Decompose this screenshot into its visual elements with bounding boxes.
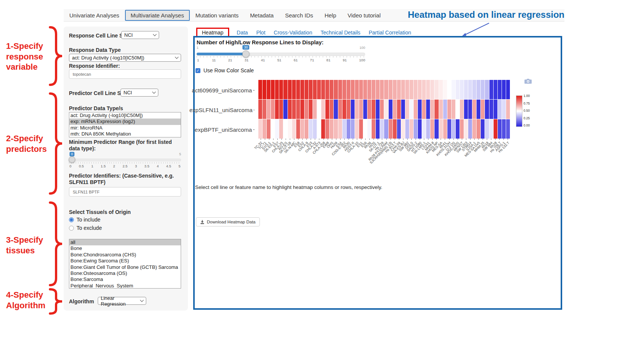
slider-handle[interactable] — [242, 50, 250, 58]
range-slider-minor-ticks — [69, 162, 181, 164]
tissue-option-bone-osteosarcoma-os[interactable]: Bone:Osteosarcoma (OS) — [69, 270, 181, 276]
heatmap-cell — [439, 80, 443, 99]
tissue-include-radio[interactable]: To include — [69, 217, 100, 223]
heatmap-cell — [263, 80, 266, 99]
heatmap-cell — [317, 119, 321, 139]
heatmap-row-label-expbptf-unisarcoma[interactable]: expBPTF_uniSarcoma — [189, 120, 255, 139]
heatmap-cell — [288, 100, 292, 119]
heatmap-grid[interactable] — [258, 80, 510, 139]
tick-label: 1 — [91, 164, 94, 168]
app-root: Univariate AnalysesMultivariate Analyses… — [0, 0, 644, 362]
heatmap-cell — [456, 80, 460, 99]
range-slider-handle[interactable] — [69, 156, 75, 163]
tick-label: 1.5 — [101, 164, 106, 168]
heatmap-cell — [380, 119, 384, 139]
tab-partial-correlation[interactable]: Partial Correlation — [368, 29, 412, 36]
tab-plot[interactable]: Plot — [255, 29, 266, 36]
response-lines-slider[interactable]: 1 100 30 1112131415161718191100 — [197, 45, 365, 63]
tissue-option-bone-ewing-sarcoma-es[interactable]: Bone:Ewing Sarcoma (ES) — [69, 258, 181, 264]
tissue-include-label: To include — [77, 217, 100, 223]
predictor-data-types-listbox[interactable]: act: Drug Activity (-log10[IC50M])exp: m… — [69, 112, 181, 137]
tick-label: 91 — [343, 58, 347, 62]
heatmap-cell — [494, 80, 497, 99]
nav-tab-search-ids[interactable]: Search IDs — [279, 10, 319, 21]
response-data-type-select[interactable]: act: Drug Activity (-log10[IC50M]) — [69, 54, 181, 62]
heatmap-cell — [271, 80, 275, 99]
tissue-exclude-radio[interactable]: To exclude — [69, 225, 102, 231]
sidebar-form-panel: Response Cell Line Set NCI Response Data… — [64, 27, 188, 311]
heatmap-row-label-expslfn11-unisarcoma[interactable]: expSLFN11_uniSarcoma — [189, 100, 255, 120]
heatmap-cell — [330, 119, 333, 139]
heatmap-cell — [351, 80, 355, 99]
heatmap-cell — [267, 100, 270, 119]
heatmap-cell — [464, 80, 468, 99]
tissue-listbox[interactable]: allBoneBone:Chondrosarcoma (CHS)Bone:Ewi… — [69, 239, 181, 289]
slider-max-label: 100 — [360, 46, 365, 50]
tissue-option-bone[interactable]: Bone — [69, 245, 181, 251]
tab-data[interactable]: Data — [236, 29, 249, 36]
nav-tab-help[interactable]: Help — [319, 10, 342, 21]
nav-tab-univariate-analyses[interactable]: Univariate Analyses — [64, 10, 125, 21]
heatmap-cell — [300, 100, 304, 119]
heatmap-cell — [305, 119, 308, 139]
heatmap-cell — [271, 100, 275, 119]
predictor-cell-line-set-select[interactable]: NCI — [120, 89, 158, 97]
heatmap-cell — [355, 80, 359, 99]
heatmap-cell — [418, 119, 422, 139]
slider-minor-ticks — [197, 56, 365, 58]
heatmap-cell — [271, 119, 275, 139]
heatmap-cell — [389, 100, 392, 119]
colorbar-tick: 1.00 — [524, 94, 530, 98]
chevron-down-icon — [152, 90, 156, 94]
download-heatmap-data-button[interactable]: Download Heatmap Data — [196, 217, 260, 226]
tissue-option-all[interactable]: all — [69, 239, 181, 245]
option-act-drug-activity-log10-ic50m[interactable]: act: Drug Activity (-log10[IC50M]) — [69, 112, 181, 119]
tick-label: 3.5 — [144, 164, 149, 168]
predictor-data-types-label: Predictor Data Type/s — [69, 105, 123, 111]
range-slider-tick-labels: 00.511.522.533.544.55 — [69, 164, 181, 168]
heatmap-row-label-act609699-unisarcoma[interactable]: act609699_uniSarcoma — [189, 80, 255, 100]
tissue-option-bone-giant-cell-tumor-of-bone-gctb-sarcoma[interactable]: Bone:Giant Cell Tumor of Bone (GCTB) Sar… — [69, 264, 181, 270]
row-color-scale-row: ✓ Use Row Color Scale — [195, 67, 254, 73]
nav-tab-mutation-variants[interactable]: Mutation variants — [190, 10, 244, 21]
heatmap-cell — [347, 80, 350, 99]
tab-cross-validation[interactable]: Cross-Validation — [273, 29, 313, 36]
nav-tab-multivariate-analyses[interactable]: Multivariate Analyses — [125, 10, 190, 21]
response-cell-line-set-select[interactable]: NCI — [121, 31, 159, 39]
heatmap-cell — [292, 100, 296, 119]
tab-technical-details[interactable]: Technical Details — [320, 29, 361, 36]
response-identifier-input[interactable]: topotecan — [69, 69, 181, 79]
heatmap-cell — [359, 119, 363, 139]
colorbar-tick: 0.50 — [524, 109, 530, 112]
option-exp-mrna-expression-log2[interactable]: exp: mRNA Expression (log2) — [69, 119, 181, 125]
nav-tab-video-tutorial[interactable]: Video tutorial — [342, 10, 386, 21]
heatmap-cell — [393, 80, 397, 99]
heatmap-cell — [300, 119, 304, 139]
predictor-identifiers-input[interactable]: SLFN11 BPTF — [69, 187, 181, 197]
heatmap-cell — [363, 119, 367, 139]
algorithm-select[interactable]: Linear Regression — [98, 297, 146, 305]
tissue-option-bone-sarcoma[interactable]: Bone:Sarcoma — [69, 276, 181, 282]
camera-download-plot-icon[interactable] — [524, 78, 532, 84]
heatmap-cell — [414, 80, 417, 99]
tissue-option-bone-chondrosarcoma-chs[interactable]: Bone:Chondrosarcoma (CHS) — [69, 252, 181, 258]
response-data-type-value: act: Drug Activity (-log10[IC50M]) — [72, 55, 144, 61]
heatmap-cell — [275, 80, 279, 99]
range-slider-track[interactable] — [69, 159, 181, 161]
heatmap-cell — [502, 119, 506, 139]
option-mth-dna-850k-methylation[interactable]: mth: DNA 850K Methylation — [69, 131, 181, 137]
min-predictor-range-slider[interactable]: 0 5 00.511.522.533.544.55 — [69, 151, 181, 170]
heatmap-cell — [430, 119, 434, 139]
slider-tick-labels: 1112131415161718191100 — [197, 58, 365, 62]
heatmap-cell — [330, 80, 333, 99]
tissue-option-peripheral-nervous-system[interactable]: Peripheral_Nervous_System — [69, 283, 181, 289]
heatmap-cell — [347, 100, 350, 119]
row-color-scale-checkbox[interactable]: ✓ — [195, 68, 200, 73]
heatmap-cell — [389, 80, 392, 99]
heatmap-cell — [502, 80, 506, 99]
heatmap-cell — [330, 100, 333, 119]
option-mir-microrna[interactable]: mir: MicroRNA — [69, 125, 181, 131]
predictor-cell-line-set-label: Predictor Cell Line Set — [69, 90, 125, 96]
heatmap-cell — [317, 80, 321, 99]
nav-tab-metadata[interactable]: Metadata — [244, 10, 280, 21]
